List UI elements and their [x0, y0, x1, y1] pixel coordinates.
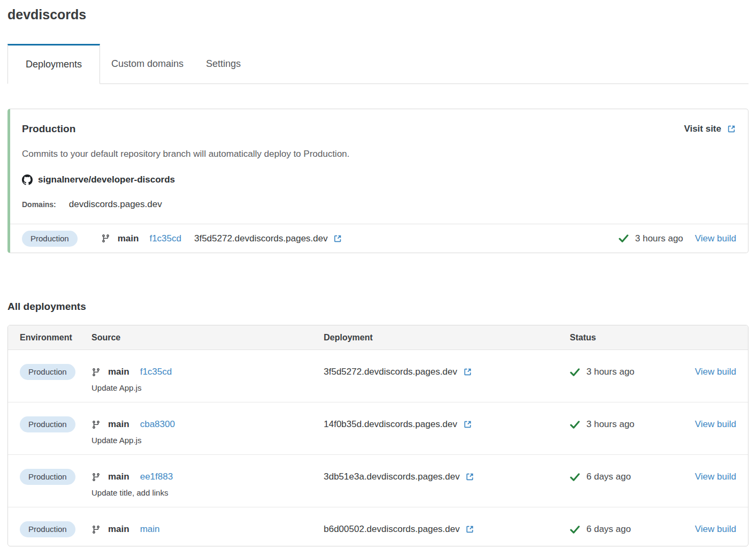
- commit-message: Update title, add links: [91, 487, 324, 498]
- view-build-link[interactable]: View build: [695, 233, 736, 244]
- status-group: 3 hours ago: [618, 233, 683, 244]
- commit-link[interactable]: cba8300: [140, 419, 175, 430]
- commit-message: Update App.js: [91, 435, 324, 446]
- git-branch-icon: [91, 368, 101, 377]
- branch-name: main: [108, 367, 129, 377]
- visit-site-link[interactable]: Visit site: [684, 124, 736, 134]
- status-cell: 6 days ago: [570, 521, 671, 537]
- view-build-link[interactable]: View build: [695, 419, 736, 430]
- deployment-url: 3f5d5272.devdiscords.pages.dev: [324, 367, 457, 377]
- external-link-icon[interactable]: [463, 420, 472, 429]
- status-time: 6 days ago: [586, 524, 631, 535]
- status-time: 3 hours ago: [635, 233, 683, 244]
- deployment-url: 14f0b35d.devdiscords.pages.dev: [324, 419, 457, 430]
- external-link-icon[interactable]: [333, 234, 342, 244]
- git-branch-icon: [91, 473, 101, 482]
- external-link-icon[interactable]: [463, 367, 472, 377]
- view-build-link[interactable]: View build: [695, 472, 736, 482]
- table-header: Environment Source Deployment Status: [8, 325, 748, 350]
- status-cell: 3 hours ago: [570, 364, 671, 380]
- branch-name: main: [108, 524, 129, 535]
- git-branch-icon: [91, 525, 101, 534]
- source-cell: main f1c35cd Update App.js: [91, 364, 324, 393]
- production-card-body: Production Visit site Commits to your de…: [10, 109, 748, 224]
- table-row: Production main main b6d00502.devdiscord…: [8, 507, 748, 546]
- source-group: main f1c35cd: [91, 364, 324, 380]
- check-icon: [618, 233, 629, 244]
- deployment-url: 3db51e3a.devdiscords.pages.dev: [324, 472, 460, 482]
- commit-message: Update App.js: [91, 382, 324, 393]
- branch-name: main: [118, 233, 139, 244]
- view-build-link[interactable]: View build: [695, 524, 736, 535]
- column-source: Source: [91, 333, 324, 343]
- actions-cell: View build: [695, 416, 736, 432]
- actions-cell: View build: [695, 521, 736, 537]
- repo-link[interactable]: signalnerve/developer-discords: [22, 173, 736, 186]
- view-build-link[interactable]: View build: [695, 367, 736, 377]
- check-icon: [570, 420, 580, 430]
- source-cell: main ee1f883 Update title, add links: [91, 469, 324, 498]
- source-cell: main cba8300 Update App.js: [91, 416, 324, 446]
- status-cell: 3 hours ago: [570, 416, 671, 432]
- actions-cell: View build: [695, 469, 736, 485]
- domains-value: devdiscords.pages.dev: [69, 198, 162, 211]
- production-description: Commits to your default repository branc…: [22, 148, 736, 161]
- environment-cell: Production: [20, 416, 91, 432]
- status-cell: 6 days ago: [570, 469, 671, 485]
- column-environment: Environment: [20, 333, 91, 343]
- domains-row: Domains: devdiscords.pages.dev: [22, 198, 736, 211]
- deployments-table: Environment Source Deployment Status Pro…: [7, 325, 749, 546]
- deployment-cell: 3db51e3a.devdiscords.pages.dev: [324, 469, 570, 485]
- environment-cell: Production: [20, 364, 91, 380]
- deployment-url: 3f5d5272.devdiscords.pages.dev: [194, 233, 328, 244]
- environment-cell: Production: [20, 469, 91, 485]
- environment-badge: Production: [20, 416, 75, 432]
- table-row: Production main ee1f883 Update title, ad…: [8, 454, 748, 507]
- column-deployment: Deployment: [324, 333, 570, 343]
- external-link-icon[interactable]: [465, 472, 475, 482]
- source-cell: main main: [91, 521, 324, 537]
- external-link-icon[interactable]: [465, 524, 475, 534]
- source-group: main cba8300: [91, 416, 324, 432]
- status-time: 6 days ago: [586, 472, 631, 482]
- deployment-cell: 14f0b35d.devdiscords.pages.dev: [324, 416, 570, 432]
- deployment-cell: 3f5d5272.devdiscords.pages.dev: [324, 364, 570, 380]
- tab-custom-domains[interactable]: Custom domains: [100, 44, 195, 83]
- table-row: Production main f1c35cd Update App.js 3f…: [8, 350, 748, 402]
- source-group: main ee1f883: [91, 469, 324, 485]
- commit-link[interactable]: main: [140, 524, 160, 535]
- environment-badge: Production: [20, 521, 75, 537]
- all-deployments-heading: All deployments: [7, 300, 749, 313]
- production-latest-deployment-row: Production main f1c35cd 3f5d5272.devdisc…: [10, 224, 748, 253]
- check-icon: [570, 524, 580, 535]
- external-link-icon: [727, 124, 736, 134]
- tab-settings[interactable]: Settings: [195, 44, 252, 83]
- commit-link[interactable]: f1c35cd: [149, 233, 181, 244]
- status-time: 3 hours ago: [586, 367, 635, 377]
- deployment-cell: b6d00502.devdiscords.pages.dev: [324, 521, 570, 537]
- production-title: Production: [22, 123, 75, 135]
- tab-bar: Deployments Custom domains Settings: [7, 44, 749, 84]
- environment-cell: Production: [20, 521, 91, 537]
- branch-name: main: [108, 472, 129, 482]
- visit-site-label: Visit site: [684, 124, 721, 134]
- production-card-header: Production Visit site: [22, 123, 736, 135]
- actions-cell: View build: [695, 364, 736, 380]
- github-icon: [22, 174, 33, 185]
- repo-name: signalnerve/developer-discords: [38, 173, 175, 186]
- commit-link[interactable]: ee1f883: [140, 472, 173, 482]
- source-group: main f1c35cd: [101, 233, 181, 244]
- status-time: 3 hours ago: [586, 419, 635, 430]
- check-icon: [570, 367, 580, 377]
- branch-name: main: [108, 419, 129, 430]
- git-branch-icon: [91, 420, 101, 429]
- git-branch-icon: [101, 234, 110, 243]
- deployment-url: b6d00502.devdiscords.pages.dev: [324, 524, 460, 535]
- deployment-url-group: 3f5d5272.devdiscords.pages.dev: [194, 233, 343, 244]
- commit-link[interactable]: f1c35cd: [140, 367, 172, 377]
- environment-badge: Production: [20, 469, 75, 485]
- check-icon: [570, 472, 580, 482]
- column-status: Status: [570, 333, 671, 343]
- tab-deployments[interactable]: Deployments: [7, 44, 100, 84]
- page-title: devdiscords: [7, 0, 749, 22]
